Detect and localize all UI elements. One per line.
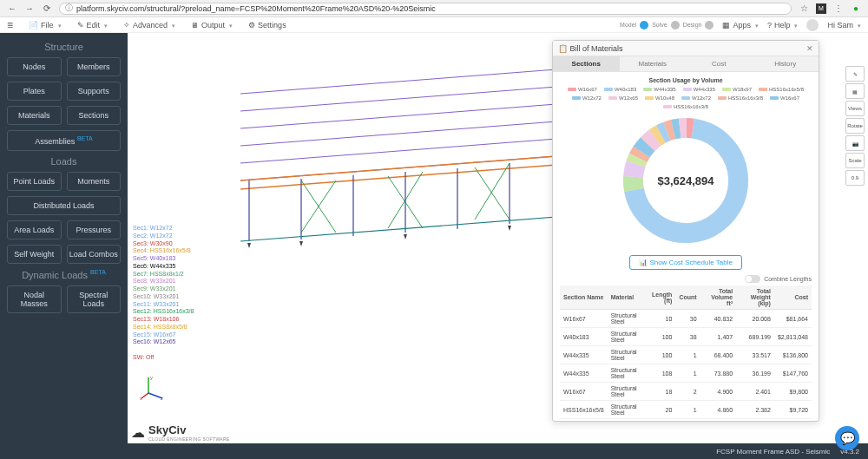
- distributed-loads-button[interactable]: Distributed Loads: [7, 196, 121, 215]
- avatar[interactable]: [806, 19, 819, 31]
- forward-icon[interactable]: →: [24, 3, 35, 14]
- help-menu[interactable]: ?Help: [767, 21, 799, 30]
- tab-history[interactable]: History: [753, 56, 819, 71]
- dynamic-heading: Dynamic Loads BETA: [7, 269, 121, 280]
- supports-button[interactable]: Supports: [67, 82, 122, 101]
- brand-logo: ☁ SkyCivCLOUD ENGINEERING SOFTWARE: [131, 423, 230, 442]
- panel-tabs: Sections Materials Cost History: [553, 56, 819, 72]
- bom-table: Section Name Material Length (ft) Count …: [560, 285, 812, 421]
- chat-bubble-icon[interactable]: 💬: [835, 426, 859, 450]
- settings-menu[interactable]: ⚙Settings: [248, 21, 286, 30]
- self-weight-status: SW: Off: [133, 354, 154, 360]
- plates-button[interactable]: Plates: [7, 82, 62, 101]
- structure-heading: Structure: [7, 42, 121, 52]
- left-sidebar: Structure Nodes Members Plates Supports …: [0, 33, 128, 459]
- axis-gizmo: y z x: [140, 374, 166, 400]
- moments-button[interactable]: Moments: [67, 172, 122, 191]
- spectral-loads-button[interactable]: Spectral Loads: [67, 285, 122, 313]
- close-icon[interactable]: ✕: [806, 44, 813, 53]
- rtool-2[interactable]: Views: [845, 101, 865, 116]
- star-icon[interactable]: ☆: [799, 3, 809, 14]
- browser-chrome: ← → ⟳ ⓘ platform.skyciv.com/structural/?…: [0, 0, 868, 17]
- nodal-masses-button[interactable]: Nodal Masses: [7, 285, 62, 313]
- svg-marker-22: [247, 243, 251, 248]
- table-row[interactable]: W40x183Structural Steel100381,407689.199…: [560, 328, 812, 346]
- back-icon[interactable]: ←: [7, 3, 17, 14]
- self-weight-button[interactable]: Self Weight: [7, 245, 62, 264]
- svg-text:x: x: [140, 396, 142, 400]
- url-text: platform.skyciv.com/structural/?preload_…: [76, 4, 436, 13]
- section-legend: Sec1: W12x72Sec2: W12x72Sec3: W30x90Sec4…: [133, 225, 194, 346]
- ext3-icon[interactable]: ●: [851, 3, 861, 14]
- reload-icon[interactable]: ⟳: [42, 3, 52, 14]
- nodes-button[interactable]: Nodes: [7, 57, 62, 76]
- rtool-6[interactable]: 0.9: [845, 170, 865, 186]
- svg-line-31: [141, 393, 148, 398]
- menu-icon[interactable]: ≡: [7, 19, 13, 31]
- ext1-icon[interactable]: M: [816, 3, 826, 14]
- rtool-5[interactable]: Scale: [845, 153, 865, 168]
- user-menu[interactable]: Hi Sam: [827, 21, 861, 30]
- rtool-4[interactable]: 📷: [845, 135, 865, 151]
- file-menu[interactable]: 📄File: [29, 21, 62, 30]
- cloud-icon: ☁: [131, 424, 145, 441]
- svg-line-4: [240, 137, 579, 163]
- combine-lengths-toggle[interactable]: Combine Lengths: [560, 275, 812, 283]
- svg-text:z: z: [161, 396, 163, 400]
- svg-line-2: [240, 102, 579, 128]
- bom-panel: 📋 Bill of Materials ✕ Sections Materials…: [552, 40, 819, 422]
- url-bar[interactable]: ⓘ platform.skyciv.com/structural/?preloa…: [59, 3, 792, 15]
- load-combos-button[interactable]: Load Combos: [67, 245, 122, 264]
- table-row[interactable]: W44x335Structural Steel108173.88036.199$…: [560, 364, 812, 383]
- tab-materials[interactable]: Materials: [620, 56, 687, 71]
- svg-line-1: [240, 85, 579, 111]
- panel-title: Bill of Materials: [570, 44, 623, 53]
- sections-button[interactable]: Sections: [67, 106, 122, 125]
- right-tool-column: ✎▦ViewsRotate📷Scale0.9: [845, 66, 865, 186]
- rtool-3[interactable]: Rotate: [845, 118, 865, 134]
- point-loads-button[interactable]: Point Loads: [7, 172, 62, 191]
- pressures-button[interactable]: Pressures: [67, 220, 122, 239]
- rtool-0[interactable]: ✎: [845, 66, 865, 82]
- table-row[interactable]: HSS16x16x5/8Structural Steel2014.8602.38…: [560, 401, 812, 419]
- materials-button[interactable]: Materials: [7, 106, 62, 125]
- toggle-icon[interactable]: [745, 275, 760, 283]
- svg-text:y: y: [150, 375, 153, 380]
- tab-sections[interactable]: Sections: [553, 56, 620, 71]
- assemblies-button[interactable]: Assemblies BETA: [7, 130, 121, 151]
- status-bar: FCSP Moment Frame ASD - Seismic v4.3.2: [128, 443, 868, 459]
- show-cost-button[interactable]: 📊 Show Cost Schedule Table: [629, 255, 742, 270]
- rtool-1[interactable]: ▦: [845, 83, 865, 99]
- chart-title: Section Usage by Volume: [560, 77, 812, 83]
- svg-line-21: [240, 215, 579, 241]
- donut-center-value: $3,624,894: [657, 174, 713, 187]
- ext2-icon[interactable]: ⋮: [833, 3, 844, 14]
- svg-marker-23: [299, 241, 303, 246]
- chart-legend: W16x67W40x183W44x335W44x335W18x97HSS16x1…: [560, 87, 812, 109]
- svg-marker-24: [404, 234, 407, 239]
- members-button[interactable]: Members: [67, 57, 122, 76]
- table-row[interactable]: W44x335Structural Steel100168.40033.517$…: [560, 346, 812, 364]
- project-name: FCSP Moment Frame ASD - Seismic: [716, 448, 830, 456]
- app-toolbar: ≡ 📄File ✎Edit ✧Advanced 🖥Output ⚙Setting…: [0, 17, 868, 33]
- svg-line-3: [240, 120, 579, 146]
- donut-chart: $3,624,894: [616, 111, 755, 250]
- list-icon: 📋: [558, 44, 568, 53]
- svg-line-0: [240, 68, 579, 94]
- tab-cost[interactable]: Cost: [686, 56, 753, 71]
- mode-switcher[interactable]: Model Solve Design: [620, 21, 713, 30]
- svg-marker-25: [508, 226, 511, 231]
- table-row[interactable]: W16x67Structural Steel103040.83220.008$8…: [560, 310, 812, 328]
- apps-menu[interactable]: ▦Apps: [722, 21, 759, 30]
- table-row[interactable]: W12x72Structural Steel23826.96113.211$53…: [560, 419, 812, 422]
- loads-heading: Loads: [7, 156, 121, 167]
- table-row[interactable]: W16x67Structural Steel1824.9002.401$9,80…: [560, 383, 812, 401]
- advanced-menu[interactable]: ✧Advanced: [123, 21, 175, 30]
- output-menu[interactable]: 🖥Output: [191, 21, 233, 30]
- area-loads-button[interactable]: Area Loads: [7, 220, 62, 239]
- edit-menu[interactable]: ✎Edit: [77, 21, 108, 30]
